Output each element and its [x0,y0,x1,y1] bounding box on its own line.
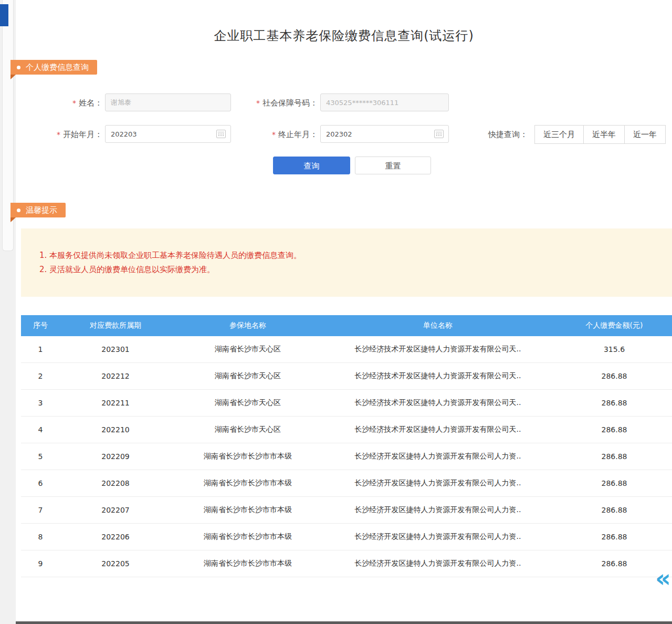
notice-line: 1. 本服务仅提供尚未领取企业职工基本养老保险待遇人员的缴费信息查询。 [39,249,656,261]
cell-area: 湖南省长沙市天心区 [171,336,324,363]
column-header: 个人缴费金额(元) [551,315,672,336]
cell-area: 湖南省长沙市长沙市市本级 [171,470,324,497]
sidebar-handle[interactable] [0,4,8,26]
required-marker: * [72,99,76,107]
required-marker: * [57,130,60,139]
start-date-label: *开始年月： [45,130,102,140]
bullet-icon [17,209,20,212]
cell-period: 202301 [60,336,171,363]
cell-company: 长沙经济开发区捷特人力资源开发有限公司人力资.. [324,550,551,577]
end-date-label: *终止年月： [260,130,318,140]
ssn-label: *社会保障号码： [239,98,318,108]
cell-company: 长沙经济开发区捷特人力资源开发有限公司人力资.. [324,497,551,524]
quick-btn-last-year[interactable]: 近一年 [624,125,666,144]
quick-btn-last-half-year[interactable]: 近半年 [583,125,625,144]
cell-seq: 5 [21,443,60,470]
end-date-input[interactable] [320,125,449,143]
cell-area: 湖南省长沙市长沙市市本级 [171,550,324,577]
table-row: 2202212湖南省长沙市天心区长沙经济技术开发区捷特人力资源开发有限公司天..… [21,363,672,390]
table-row: 5202209湖南省长沙市长沙市市本级长沙经济开发区捷特人力资源开发有限公司人力… [21,443,672,470]
cell-amount: 286.88 [551,550,672,577]
cell-area: 湖南省长沙市天心区 [171,363,324,390]
cell-period: 202211 [60,390,171,417]
cell-area: 湖南省长沙市长沙市市本级 [171,497,324,524]
column-header: 参保地名称 [171,315,324,336]
cell-seq: 4 [21,417,60,443]
quick-query-label: 快捷查询： [488,130,528,140]
cell-area: 湖南省长沙市长沙市市本级 [171,524,324,550]
cell-company: 长沙经济技术开发区捷特人力资源开发有限公司天.. [324,390,551,417]
cell-seq: 3 [21,390,60,417]
cell-seq: 7 [21,497,60,524]
collapse-chevron-icon[interactable]: « [655,566,671,590]
cell-area: 湖南省长沙市天心区 [171,390,324,417]
quick-btn-last-3-months[interactable]: 近三个月 [534,125,584,144]
cell-seq: 6 [21,470,60,497]
reset-button[interactable]: 重置 [355,157,431,174]
section-tag-tips: 温馨提示 [10,203,66,217]
cell-amount: 315.6 [551,336,672,363]
cell-period: 202207 [60,497,171,524]
name-input[interactable] [105,93,231,111]
cell-amount: 286.88 [551,443,672,470]
section-tag-label: 温馨提示 [26,203,57,217]
notice-box: 1. 本服务仅提供尚未领取企业职工基本养老保险待遇人员的缴费信息查询。 2. 灵… [21,228,672,297]
table-row: 8202206湖南省长沙市长沙市市本级长沙经济开发区捷特人力资源开发有限公司人力… [21,524,672,550]
cell-seq: 2 [21,363,60,390]
cell-period: 202205 [60,550,171,577]
cell-period: 202209 [60,443,171,470]
cell-amount: 286.88 [551,417,672,443]
cell-amount: 286.88 [551,524,672,550]
column-header: 单位名称 [324,315,551,336]
cell-company: 长沙经济技术开发区捷特人力资源开发有限公司天.. [324,417,551,443]
cell-company: 长沙经济开发区捷特人力资源开发有限公司人力资.. [324,443,551,470]
section-tag-personal-query: 个人缴费信息查询 [10,60,97,75]
cell-period: 202210 [60,417,171,443]
cell-seq: 1 [21,336,60,363]
table-row: 7202207湖南省长沙市长沙市市本级长沙经济开发区捷特人力资源开发有限公司人力… [21,497,672,524]
ssn-input[interactable] [320,93,449,111]
calendar-icon[interactable] [216,130,226,138]
cell-amount: 286.88 [551,363,672,390]
cell-company: 长沙经济开发区捷特人力资源开发有限公司人力资.. [324,470,551,497]
quick-query-group: 近三个月 近半年 近一年 [534,125,666,144]
cell-amount: 286.88 [551,497,672,524]
table-row: 3202211湖南省长沙市天心区长沙经济技术开发区捷特人力资源开发有限公司天..… [21,390,672,417]
required-marker: * [256,99,260,107]
cell-period: 202208 [60,470,171,497]
cell-company: 长沙经济技术开发区捷特人力资源开发有限公司天.. [324,336,551,363]
table-header: 序号对应费款所属期参保地名称单位名称个人缴费金额(元) [21,315,672,336]
table-row: 6202208湖南省长沙市长沙市市本级长沙经济开发区捷特人力资源开发有限公司人力… [21,470,672,497]
table-row: 9202205湖南省长沙市长沙市市本级长沙经济开发区捷特人力资源开发有限公司人力… [21,550,672,577]
payment-table: 序号对应费款所属期参保地名称单位名称个人缴费金额(元) 1202301湖南省长沙… [21,315,672,577]
start-date-field [105,125,231,143]
cell-period: 202206 [60,524,171,550]
cell-period: 202212 [60,363,171,390]
cell-seq: 8 [21,524,60,550]
cell-area: 湖南省长沙市长沙市市本级 [171,443,324,470]
cell-company: 长沙经济开发区捷特人力资源开发有限公司人力资.. [324,524,551,550]
table-row: 4202210湖南省长沙市天心区长沙经济技术开发区捷特人力资源开发有限公司天..… [21,417,672,443]
cell-company: 长沙经济技术开发区捷特人力资源开发有限公司天.. [324,363,551,390]
page-title: 企业职工基本养老保险缴费信息查询(试运行) [16,27,672,44]
cell-amount: 286.88 [551,390,672,417]
end-date-field [320,125,449,143]
table-row: 1202301湖南省长沙市天心区长沙经济技术开发区捷特人力资源开发有限公司天..… [21,336,672,363]
column-header: 对应费款所属期 [60,315,171,336]
required-marker: * [272,130,276,139]
start-date-input[interactable] [105,125,231,143]
cell-seq: 9 [21,550,60,577]
section-tag-label: 个人缴费信息查询 [26,60,89,75]
bottom-bar [16,621,672,624]
cell-area: 湖南省长沙市天心区 [171,417,324,443]
bullet-icon [17,66,20,69]
query-button[interactable]: 查询 [273,157,350,174]
name-label: *姓名： [52,98,102,108]
cell-amount: 286.88 [551,470,672,497]
notice-line: 2. 灵活就业人员的缴费单位信息以实际缴费为准。 [39,264,656,275]
calendar-icon[interactable] [434,130,444,138]
column-header: 序号 [21,315,60,336]
